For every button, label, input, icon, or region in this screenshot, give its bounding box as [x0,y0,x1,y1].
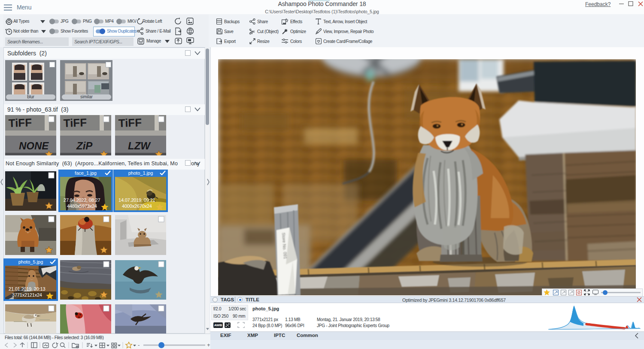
svg-text:4000x2670x24: 4000x2670x24 [122,203,152,209]
svg-text:-: - [138,342,140,348]
svg-text:TiFF: TiFF [118,116,142,130]
svg-text:TiFF: TiFF [63,116,87,130]
svg-text:14.07.2019, 09:21: 14.07.2019, 09:21 [118,197,155,203]
svg-text:NONE: NONE [19,140,49,152]
svg-text:ZiP: ZiP [76,140,93,152]
svg-text:+: + [207,342,210,348]
svg-text:27.04.2022, 08:27: 27.04.2022, 08:27 [64,197,100,203]
svg-text:3771x2121x24: 3771x2121x24 [12,292,42,297]
svg-text:TiFF: TiFF [8,116,32,130]
svg-text:4480x5973x24: 4480x5973x24 [67,203,97,209]
svg-text:LZW: LZW [128,140,151,152]
svg-text:21.01.2019, 20:13: 21.01.2019, 20:13 [9,286,45,291]
